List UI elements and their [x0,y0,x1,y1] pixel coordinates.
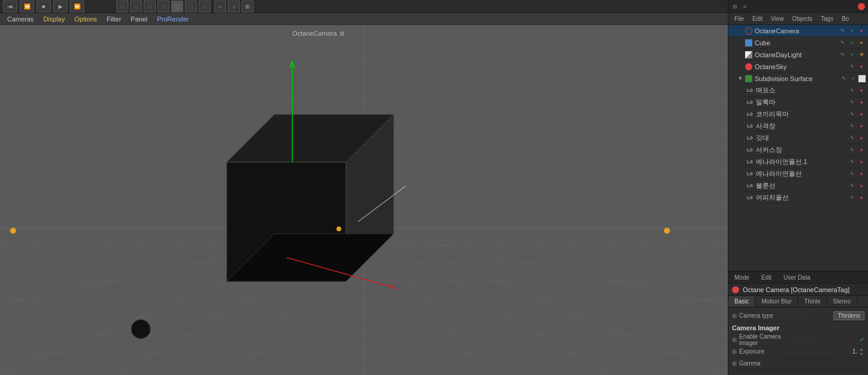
obj-name-korean-9: 볼룬선 [756,181,848,190]
svg-point-46 [131,320,150,339]
tb-3[interactable]: ⬚ [144,1,156,13]
obj-edit-sky[interactable]: ✎ [848,63,856,71]
obj-edit-camera[interactable]: ✎ [838,27,847,35]
obj-color-k5[interactable]: ● [857,134,866,142]
obj-color-k3[interactable]: ● [857,110,866,119]
obj-edit-k10[interactable]: ✎ [848,194,856,202]
pmenu-view[interactable]: View [767,14,787,23]
menu-options[interactable]: Options [70,14,102,24]
menu-prorender[interactable]: ProRender [152,14,193,24]
obj-korean-6[interactable]: L0 서커스장 ✎● [728,144,868,156]
obj-color-k7[interactable]: ● [857,158,866,166]
panel-icon-grid[interactable]: ⊞ [731,3,739,10]
toolbar-btn-rewind[interactable]: ⏮ [3,1,17,13]
pmenu-tags[interactable]: Tags [817,14,837,23]
obj-korean-5[interactable]: L0 깃대 ✎● [728,132,868,144]
obj-octane-camera[interactable]: OctaneCamera ✎ ✓ ● [728,25,868,37]
tb-r3[interactable]: ⊞ [242,1,254,13]
obj-sky[interactable]: OctaneSky ✎ ● [728,61,868,73]
exposure-up[interactable]: ▲ [858,347,864,352]
obj-edit-k5[interactable]: ✎ [848,134,856,142]
obj-edit-k7[interactable]: ✎ [848,158,856,166]
obj-color-k1[interactable]: ● [857,86,866,95]
toolbar-btn-play[interactable]: ▶ [53,1,67,13]
menu-cameras[interactable]: Cameras [2,14,39,24]
obj-sun-daylight[interactable]: ☀ [857,51,866,59]
obj-color-k2[interactable]: ● [857,98,866,107]
tab-motion-blur[interactable]: Motion Blur [755,296,798,306]
obj-edit-k4[interactable]: ✎ [848,122,856,131]
tb-r1[interactable]: ↔ [214,1,226,13]
tab-thinle[interactable]: Thinle [798,296,827,306]
tb-5[interactable]: ⬚ [171,1,183,13]
tb-6[interactable]: ⬚ [185,1,197,13]
tab-stereo[interactable]: Stereo [827,296,857,306]
obj-korean-10[interactable]: L0 어피치폴선 ✎● [728,192,868,204]
obj-edit-k6[interactable]: ✎ [848,146,856,154]
obj-color-k10[interactable]: ● [857,194,866,202]
obj-korean-4[interactable]: L0 사격장 ✎● [728,120,868,132]
obj-edit-k3[interactable]: ✎ [848,110,856,119]
obj-icon-korean-7: L0 [745,158,755,166]
pmenu-objects[interactable]: Objects [789,14,816,23]
prop-exposure-value: 1. [839,348,857,355]
obj-edit-k9[interactable]: ✎ [848,182,856,190]
obj-korean-2[interactable]: L0 말록마 ✎● [728,97,868,109]
obj-color-k4[interactable]: ● [857,122,866,131]
obj-color-k6[interactable]: ● [857,146,866,154]
camera-type-dropdown[interactable]: Thinlens [833,311,864,320]
lmenu-edit[interactable]: Edit [758,273,775,282]
obj-edit-daylight[interactable]: ✎ [838,51,847,59]
tab-basic[interactable]: Basic [728,296,755,306]
exposure-spinners[interactable]: ▲ ▼ [858,347,864,357]
obj-name-korean-10: 어피치폴선 [756,193,848,202]
tb-1[interactable]: ⬚ [116,1,128,13]
tb-7[interactable]: ⬚ [199,1,211,13]
obj-white-subdiv[interactable] [858,75,866,82]
tb-r2[interactable]: ↕ [228,1,240,13]
obj-korean-8[interactable]: L0 에나라이언폴선 ✎● [728,168,868,180]
pmenu-bo[interactable]: Bo [838,14,852,23]
tb-4[interactable]: ⬚ [157,1,169,13]
obj-korean-7[interactable]: L0 에나라이언폴선.1 ✎● [728,156,868,168]
obj-daylight[interactable]: OctaneDayLight ✎ ✓ ☀ [728,49,868,61]
obj-color-k9[interactable]: ● [857,182,866,190]
toolbar-btn-stop[interactable]: ■ [36,1,51,13]
obj-edit-cube[interactable]: ✎ [838,39,847,47]
obj-check-cube[interactable]: ✓ [848,39,856,47]
enable-checkmark[interactable]: ✓ [860,336,864,343]
obj-color-sky[interactable]: ● [857,63,866,71]
lmenu-mode[interactable]: Mode [731,273,753,282]
tb-2[interactable]: ⬚ [130,1,142,13]
prop-gamma: Gamma [732,358,864,370]
prop-gamma-label: Gamma [732,360,864,367]
obj-color-k8[interactable]: ● [857,170,866,178]
obj-edit-subdiv[interactable]: ✎ [839,75,848,83]
obj-subdiv[interactable]: ▼ Subdivision Surface ✎ ✓ [728,73,868,85]
pmenu-edit[interactable]: Edit [749,14,766,23]
obj-check-camera[interactable]: ✓ [848,27,856,35]
subdiv-expand[interactable]: ▼ [738,76,744,81]
menu-display[interactable]: Display [39,14,70,24]
exposure-down[interactable]: ▼ [858,352,864,357]
panel-icon-list[interactable]: ≡ [742,3,748,10]
obj-cube[interactable]: Cube ✎ ✓ ● [728,37,868,49]
toolbar-btn-prev[interactable]: ⏪ [20,1,34,13]
obj-check-daylight[interactable]: ✓ [848,51,856,59]
lmenu-userdata[interactable]: User Data [780,273,814,282]
menu-filter[interactable]: Filter [102,14,126,24]
obj-actions-subdiv: ✎ ✓ [839,75,866,83]
obj-color-camera[interactable]: ● [857,27,866,35]
obj-korean-9[interactable]: L0 볼룬선 ✎● [728,180,868,192]
obj-edit-k2[interactable]: ✎ [848,98,856,107]
toolbar-btn-fwd[interactable]: ⏩ [70,1,84,13]
obj-color-cube[interactable]: ● [857,39,866,47]
menu-panel[interactable]: Panel [126,14,152,24]
obj-korean-3[interactable]: L0 코끼리목마 ✎● [728,109,868,120]
pmenu-file[interactable]: File [731,14,747,23]
obj-korean-1[interactable]: L0 매표소 ✎● [728,85,868,97]
obj-edit-k8[interactable]: ✎ [848,170,856,178]
obj-check-subdiv[interactable]: ✓ [849,75,857,83]
camera-settings-icon[interactable]: ⚙ [339,30,345,37]
obj-edit-k1[interactable]: ✎ [848,86,856,95]
